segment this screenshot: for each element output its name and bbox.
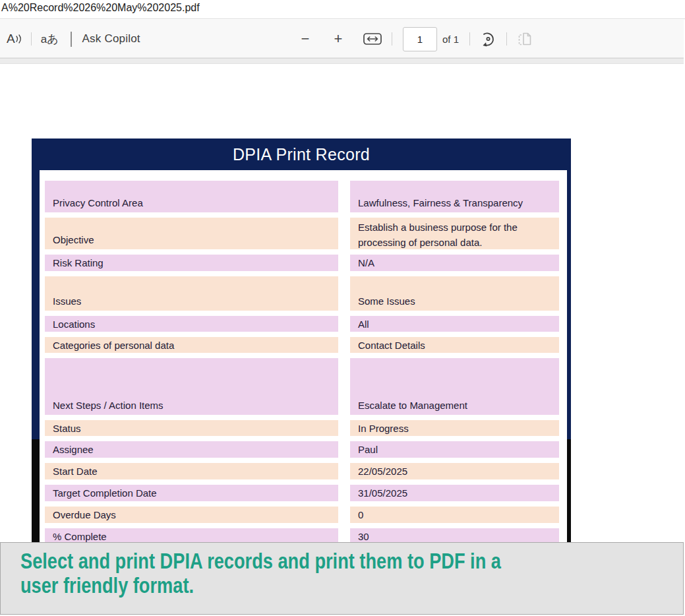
read-aloud-icon: A	[7, 32, 15, 46]
row-label: Next Steps / Action Items	[45, 358, 338, 415]
row-value: Lawfulness, Fairness & Transparency	[350, 181, 559, 212]
table-row: Risk Rating N/A	[45, 255, 559, 271]
translate-icon: aあ	[41, 32, 59, 47]
row-label: Assignee	[45, 441, 338, 458]
row-label: Categories of personal data	[45, 337, 338, 353]
row-value: Escalate to Management	[350, 358, 559, 415]
row-value: N/A	[350, 255, 559, 271]
row-value: 22/05/2025	[350, 463, 559, 479]
row-value: 31/05/2025	[350, 485, 559, 501]
row-value: Contact Details	[350, 337, 559, 353]
toolbar-divider	[392, 32, 392, 46]
row-label: Privacy Control Area	[45, 181, 338, 212]
pdf-page: DPIA Print Record Privacy Control Area L…	[0, 64, 685, 616]
row-value: Establish a business purpose for the pro…	[350, 218, 559, 249]
rotate-icon	[479, 30, 497, 48]
table-row: Status In Progress	[45, 420, 559, 436]
table-border-left	[32, 170, 40, 551]
rotate-button[interactable]	[477, 30, 500, 48]
row-label: Issues	[45, 276, 338, 311]
table-row: Overdue Days 0	[45, 507, 559, 523]
row-label: Target Completion Date	[45, 485, 338, 501]
table-row: Issues Some Issues	[45, 276, 559, 311]
pdf-toolbar: A aあ Ask Copilot − +	[0, 20, 684, 58]
read-aloud-button[interactable]: A	[4, 32, 24, 46]
ask-copilot-label: Ask Copilot	[82, 32, 140, 46]
browser-title-bar: A%20Record%2026%20May%202025.pdf	[0, 0, 685, 19]
row-label: Objective	[45, 218, 338, 249]
table-border-right	[567, 170, 571, 551]
dpia-record-table: DPIA Print Record Privacy Control Area L…	[32, 139, 571, 551]
row-value: Some Issues	[350, 276, 559, 311]
row-value: In Progress	[350, 420, 559, 436]
table-row: Start Date 22/05/2025	[45, 463, 559, 479]
dpia-table-body: Privacy Control Area Lawfulness, Fairnes…	[32, 170, 571, 551]
toolbar-left-group: A aあ Ask Copilot	[4, 20, 143, 58]
row-label: Overdue Days	[45, 507, 338, 523]
row-value: All	[350, 316, 559, 332]
fit-to-width-icon	[363, 31, 382, 47]
page-view-button[interactable]	[514, 31, 537, 47]
ask-copilot-button[interactable]: Ask Copilot	[80, 32, 143, 46]
sound-waves-icon	[15, 34, 22, 44]
zoom-in-button[interactable]: +	[326, 30, 351, 47]
table-row: Categories of personal data Contact Deta…	[45, 337, 559, 353]
row-label: Status	[45, 420, 338, 436]
toolbar-divider	[469, 32, 470, 46]
toolbar-divider	[506, 32, 507, 46]
window-title: A%20Record%2026%20May%202025.pdf	[1, 2, 200, 14]
caption-line-1: Select and print DPIA records and print …	[20, 549, 551, 573]
caption-banner: Select and print DPIA records and print …	[0, 542, 684, 615]
table-rows: Privacy Control Area Lawfulness, Fairnes…	[40, 170, 559, 549]
toolbar-divider	[31, 32, 32, 46]
table-row: Locations All	[45, 316, 559, 332]
table-row: Privacy Control Area Lawfulness, Fairnes…	[45, 181, 559, 212]
row-label: Risk Rating	[45, 255, 338, 271]
zoom-out-button[interactable]: −	[293, 30, 318, 47]
row-label: Locations	[45, 316, 338, 332]
table-row: Target Completion Date 31/05/2025	[45, 485, 559, 501]
zoom-in-icon: +	[328, 30, 348, 47]
fit-to-width-button[interactable]	[360, 31, 385, 47]
translate-button[interactable]: aあ	[38, 32, 61, 47]
toolbar-divider	[71, 32, 72, 47]
row-value: 0	[350, 507, 559, 523]
table-row: Objective Establish a business purpose f…	[45, 218, 559, 249]
toolbar-center-group: − + of 1	[293, 20, 537, 58]
caption-line-2: user friendly format.	[20, 573, 551, 598]
zoom-out-icon: −	[295, 30, 315, 47]
page-count-label: of 1	[442, 34, 459, 45]
pdf-viewer-window: A%20Record%2026%20May%202025.pdf A aあ As…	[0, 0, 685, 616]
table-row: Assignee Paul	[45, 441, 559, 458]
page-view-icon	[516, 31, 534, 47]
row-value: Paul	[350, 441, 559, 458]
page-number-input[interactable]	[403, 27, 437, 51]
toolbar-bottom-strip	[0, 58, 684, 64]
document-title: DPIA Print Record	[32, 139, 571, 170]
row-label: Start Date	[45, 463, 338, 479]
table-row: Next Steps / Action Items Escalate to Ma…	[45, 358, 559, 415]
